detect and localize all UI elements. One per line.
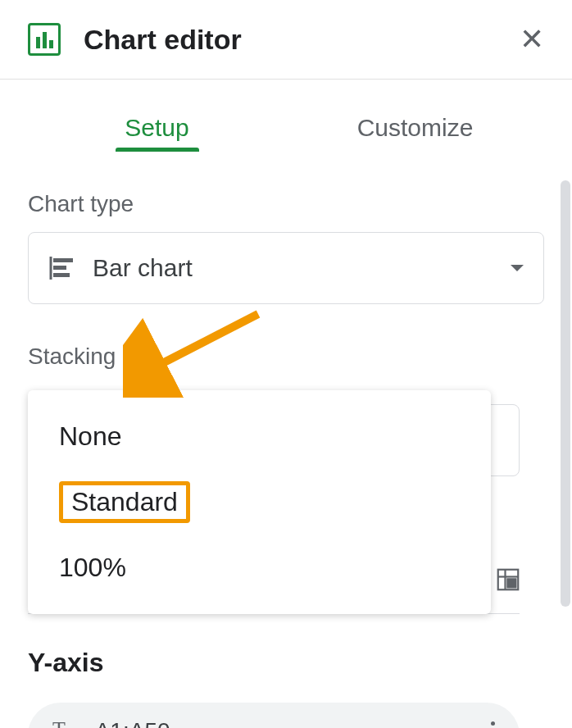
svg-rect-1 — [53, 258, 73, 262]
yaxis-series-row[interactable]: TT A1:A50 — [28, 703, 520, 728]
chevron-down-icon — [511, 265, 524, 271]
editor-tabs: Setup Customize — [0, 114, 572, 152]
chart-type-label: Chart type — [28, 191, 544, 217]
stacking-dropdown: None Standard 100% — [28, 390, 491, 614]
yaxis-section: Y-axis TT A1:A50 — [28, 648, 520, 728]
bar-chart-icon — [48, 255, 75, 281]
yaxis-title: Y-axis — [28, 648, 520, 678]
tab-customize[interactable]: Customize — [286, 114, 544, 152]
scrollbar[interactable] — [561, 180, 570, 607]
stacking-label: Stacking — [28, 344, 544, 370]
stacking-option-100[interactable]: 100% — [28, 538, 491, 598]
editor-title: Chart editor — [84, 24, 520, 56]
svg-rect-7 — [506, 578, 516, 588]
svg-rect-2 — [53, 266, 66, 270]
grid-select-icon[interactable] — [497, 568, 520, 591]
chart-type-select[interactable]: Bar chart — [28, 232, 544, 304]
text-type-icon: TT — [52, 717, 74, 728]
close-icon[interactable]: ✕ — [520, 25, 544, 54]
svg-rect-3 — [53, 273, 70, 277]
stacking-option-none[interactable]: None — [28, 407, 491, 466]
stacking-option-standard[interactable]: Standard — [28, 466, 491, 538]
editor-header: Chart editor ✕ — [0, 0, 572, 80]
yaxis-value: A1:A50 — [95, 718, 170, 728]
more-options-icon[interactable] — [491, 721, 495, 728]
tab-setup[interactable]: Setup — [28, 114, 286, 152]
chart-type-value: Bar chart — [93, 254, 511, 282]
stacking-option-standard-label: Standard — [59, 481, 190, 523]
chart-icon — [28, 23, 61, 56]
